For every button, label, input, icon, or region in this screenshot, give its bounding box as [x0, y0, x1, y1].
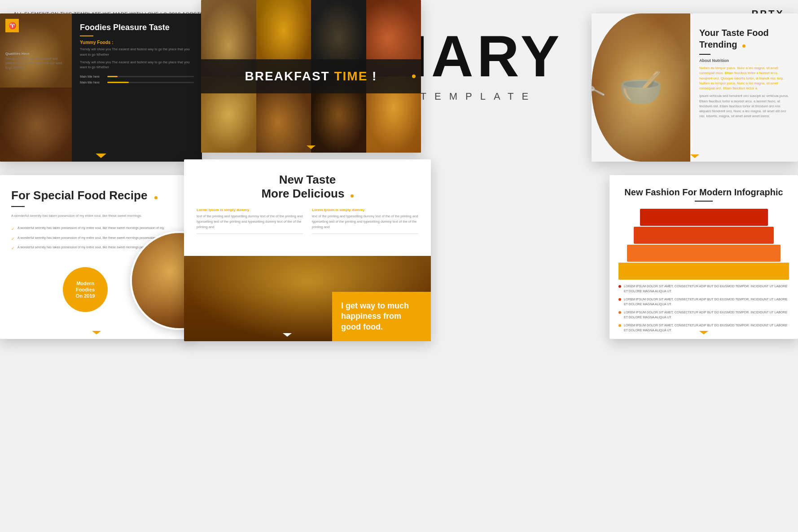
slide2-overlay: BREAKFAST TIME !	[201, 59, 421, 93]
slide5-arrow	[283, 333, 292, 337]
slide-infographic: New Fashion For Modern Infographic LOREM…	[609, 175, 798, 339]
slide-breakfast: BREAKFAST TIME !	[201, 0, 421, 153]
slide5-food-photo: I get way to much happiness from good fo…	[184, 256, 431, 341]
slide6-arrow	[699, 331, 708, 334]
slide1-photo-top: ♈ Qualities Here Trendy will show you Th…	[0, 13, 72, 88]
list-item: LOREM IPSUM DOLOR SIT AMET, CONSECTETUR …	[618, 310, 789, 320]
list-item: LOREM IPSUM DOLOR SIT AMET, CONSECTETUR …	[618, 284, 789, 294]
slide6-dot1	[618, 285, 621, 288]
slide1-qual-text: Trendy will show you The easiest and fas…	[5, 57, 64, 70]
slide5-col1-body: text of the printing and typesetting dum…	[197, 214, 303, 230]
list-item: ✓ A wonderful serenity has taken possess…	[11, 226, 182, 233]
slide1-icon-box: ♈	[5, 19, 19, 32]
slide1-title: Foodies Pleasure Taste	[80, 22, 194, 33]
slide6-divider	[695, 201, 713, 202]
slide6-dot4	[618, 324, 621, 327]
slide1-divider	[80, 35, 93, 36]
slide5-title: New TasteMore Delicious	[197, 173, 418, 201]
slide6-dot2	[618, 298, 621, 301]
slide-foodies: ♈ Qualities Here Trendy will show you Th…	[0, 13, 202, 162]
slide4-body: A wonderful serenity has taken possessio…	[11, 213, 182, 219]
slide3-arrow	[690, 154, 699, 158]
slide5-col1-divider	[197, 233, 303, 234]
slide6-dot3	[618, 311, 621, 314]
slide1-qualities: Qualities Here	[5, 52, 30, 56]
slide1-progress-bar2	[107, 82, 194, 83]
slide5-quote: I get way to much happiness from good fo…	[341, 301, 422, 332]
slide5-columns: Lorem Ipsum is simply dummy text of the …	[197, 208, 418, 234]
slide3-title: Your Taste Food Trending	[699, 27, 789, 50]
slide-new-taste: New TasteMore Delicious Lorem Ipsum is s…	[184, 159, 431, 341]
slide1-label: Yummy Foods :	[80, 40, 194, 45]
slide6-bar3	[627, 245, 780, 262]
slide6-pyramid	[618, 209, 789, 280]
slide6-title: New Fashion For Modern Infographic	[618, 186, 789, 198]
slide1-progress-fill2	[107, 82, 129, 83]
slide1-progress-area: Main title here Main title here	[80, 75, 194, 84]
slide4-arrow	[92, 331, 101, 334]
slide5-dot	[351, 194, 354, 198]
slide1-photo-bottom	[0, 88, 72, 162]
slide4-divider	[11, 206, 25, 207]
slide6-layer2	[618, 227, 789, 244]
slide5-col1-label: Lorem Ipsum is simply dummy	[197, 208, 303, 212]
list-item: LOREM IPSUM DOLOR SIT AMET, CONSECTETUR …	[618, 297, 789, 307]
slide1-progress-label2: Main title here	[80, 81, 105, 84]
slide2-breakfast-text: BREAKFAST TIME !	[245, 69, 377, 83]
slide4-food-photo	[130, 231, 193, 330]
slide3-body1: Nullam eu tempor purus. Nunc a leo magna…	[699, 66, 789, 91]
slide6-bar4	[618, 263, 789, 280]
slide4-title: For Special Food Recipe	[11, 189, 182, 202]
slide5-col2-body: text of the printing and typesetting dum…	[312, 214, 418, 230]
check-icon-2: ✓	[11, 236, 15, 242]
slide5-col2: Lorem Ipsum is simply dummy text of the …	[312, 208, 418, 234]
slide4-badge: Modern Foodies On 2019	[63, 267, 108, 312]
slide6-bar1	[640, 209, 768, 226]
slide6-layer1	[618, 209, 789, 226]
slide5-col2-divider	[312, 233, 418, 234]
slide3-about: About Nutrition	[699, 58, 789, 63]
slide1-progress-bar1	[107, 76, 194, 77]
slide1-progress-label1: Main title here	[80, 75, 105, 78]
slide2-dot	[412, 75, 416, 78]
slide6-list: LOREM IPSUM DOLOR SIT AMET, CONSECTETUR …	[618, 284, 789, 333]
slide3-dot	[742, 44, 745, 48]
slide1-body1: Trendy will show you The easiest and fas…	[80, 47, 194, 57]
check-icon-1: ✓	[11, 226, 15, 233]
slide3-body2: Ipsum vehicula sed hendrerit orci suscip…	[699, 93, 789, 119]
slide2-arrow	[307, 145, 316, 149]
slide-taste: 🥄 Your Taste Food Trending About Nutriti…	[592, 13, 798, 162]
check-icon-3: ✓	[11, 246, 15, 252]
slide3-spoon-icon: 🥄	[592, 80, 606, 101]
slide-recipe: For Special Food Recipe A wonderful sere…	[0, 175, 193, 339]
slide3-divider	[699, 54, 710, 55]
slide1-body2: Trendy will show you The easiest and fas…	[80, 60, 194, 70]
slide6-layer3	[618, 245, 789, 262]
slide6-layer4	[618, 263, 789, 280]
slide5-col2-label: Lorem Ipsum is simply dummy	[312, 208, 418, 212]
slide5-quote-box: I get way to much happiness from good fo…	[332, 292, 431, 341]
slide1-progress-fill1	[107, 76, 118, 77]
slide1-arrow	[96, 154, 106, 158]
slide6-bar2	[634, 227, 774, 244]
slide3-photo: 🥄	[592, 13, 690, 162]
slide5-col1: Lorem Ipsum is simply dummy text of the …	[197, 208, 303, 234]
slide4-dot	[154, 196, 158, 199]
slide3-content: Your Taste Food Trending About Nutrition…	[690, 13, 798, 162]
